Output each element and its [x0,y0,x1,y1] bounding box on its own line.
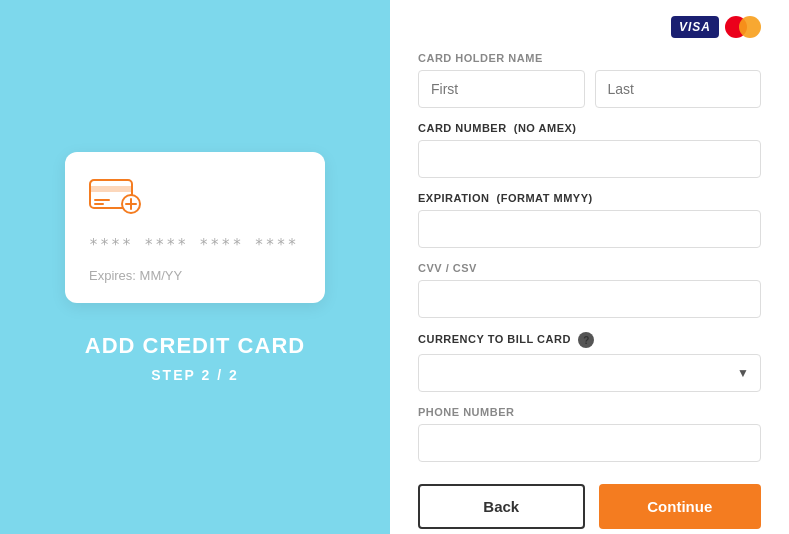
card-number-input[interactable] [418,140,761,178]
expiration-section: EXPIRATION (FORMAT MMYY) [418,192,761,248]
cvv-label: CVV / CSV [418,262,761,274]
expiration-input[interactable] [418,210,761,248]
back-button[interactable]: Back [418,484,585,529]
phone-input[interactable] [418,424,761,462]
left-panel: **** **** **** **** Expires: MM/YY ADD C… [0,0,390,534]
currency-section: CURRENCY TO BILL CARD ? USD - US Dollar … [418,332,761,392]
phone-section: PHONE NUMBER [418,406,761,462]
cvv-section: CVV / CSV [418,262,761,318]
cvv-input[interactable] [418,280,761,318]
cardholder-label: CARD HOLDER NAME [418,52,761,64]
card-number-label: CARD NUMBER (NO AMEX) [418,122,761,134]
cardholder-section: CARD HOLDER NAME [418,52,761,108]
top-logos: VISA [418,16,761,38]
left-title: ADD CREDIT CARD [85,333,305,359]
currency-select-wrapper: USD - US Dollar EUR - Euro GBP - British… [418,354,761,392]
svg-rect-1 [90,186,132,192]
card-visual: **** **** **** **** Expires: MM/YY [65,152,325,303]
card-number-display: **** **** **** **** [89,236,301,254]
phone-label: PHONE NUMBER [418,406,761,418]
card-number-section: CARD NUMBER (NO AMEX) [418,122,761,178]
button-row: Back Continue [418,484,761,529]
right-panel: VISA CARD HOLDER NAME CARD NUMBER (NO AM… [390,0,789,534]
continue-button[interactable]: Continue [599,484,762,529]
expiration-label: EXPIRATION (FORMAT MMYY) [418,192,761,204]
left-subtitle: STEP 2 / 2 [151,367,238,383]
mc-orange-circle [739,16,761,38]
cardholder-name-row [418,70,761,108]
last-name-input[interactable] [595,70,762,108]
currency-label: CURRENCY TO BILL CARD ? [418,332,761,348]
mastercard-logo [725,16,761,38]
card-expires: Expires: MM/YY [89,268,301,283]
currency-help-icon[interactable]: ? [578,332,594,348]
first-name-input[interactable] [418,70,585,108]
visa-logo: VISA [671,16,719,38]
credit-card-icon [89,176,141,214]
currency-select[interactable]: USD - US Dollar EUR - Euro GBP - British… [418,354,761,392]
